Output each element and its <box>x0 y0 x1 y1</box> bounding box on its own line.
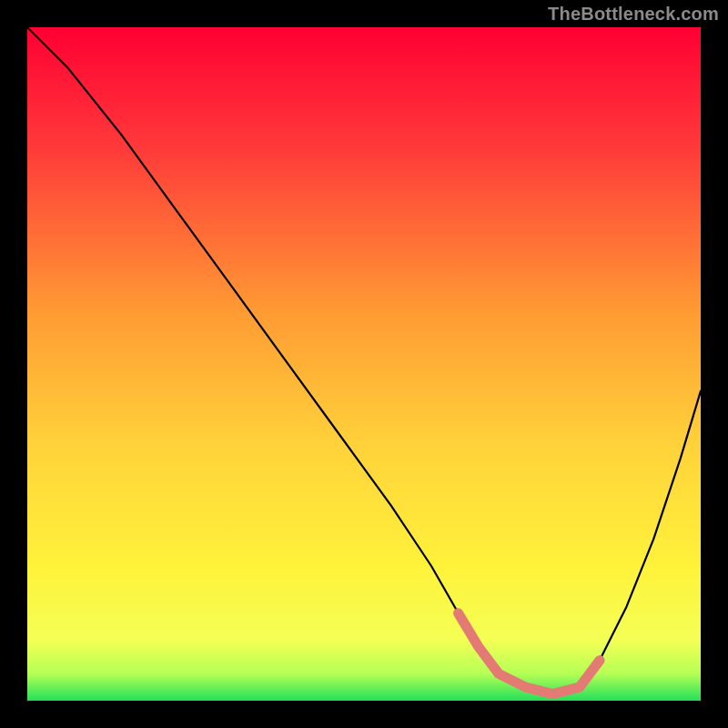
attribution-text: TheBottleneck.com <box>548 4 719 25</box>
bottleneck-curve-plot <box>0 0 728 728</box>
chart-container: TheBottleneck.com <box>0 0 728 728</box>
plot-gradient-area <box>27 27 701 701</box>
